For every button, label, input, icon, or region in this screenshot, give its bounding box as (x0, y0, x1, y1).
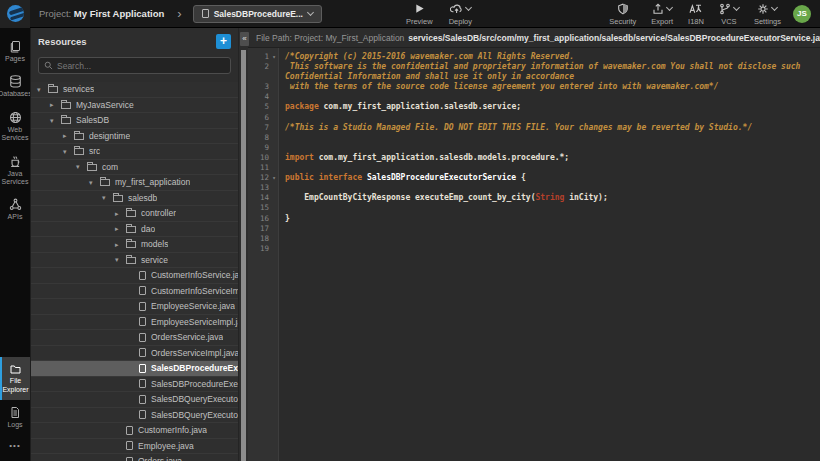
chevron-down-icon (733, 4, 740, 11)
caret-right-icon[interactable]: ▸ (50, 101, 61, 108)
tree-item-customerinfoservice-java[interactable]: CustomerInfoService.java (31, 268, 238, 284)
tree-item-customerinfo-java[interactable]: CustomerInfo.java (31, 423, 238, 439)
wavemaker-logo[interactable] (0, 0, 30, 28)
sidebar-item-file-explorer[interactable]: File Explorer (0, 357, 30, 400)
open-file-dropdown[interactable]: SalesDBProcedureE... (193, 5, 322, 23)
fold-gutter (269, 82, 279, 92)
code-line-5[interactable]: 5package com.my_first_application.salesd… (248, 102, 820, 112)
fold-icon[interactable]: ▾ (269, 52, 279, 62)
tree-item-salesdb[interactable]: ▾salesdb (31, 191, 238, 207)
sidebar-item-java-services[interactable]: Java Services (0, 149, 30, 193)
tree-item-controller[interactable]: ▸controller (31, 206, 238, 222)
code-line-17[interactable]: 17 (248, 224, 820, 234)
sidebar-item-label: Logs (7, 421, 22, 429)
code-line-11[interactable]: 11 (248, 163, 820, 173)
caret-down-icon[interactable]: ▾ (89, 179, 100, 186)
i18n-button[interactable]: I18N (688, 2, 704, 26)
code-text: with the terms of the source code licens… (279, 82, 820, 92)
caret-right-icon[interactable]: ▸ (115, 241, 126, 248)
tree-item-com[interactable]: ▾com (31, 160, 238, 176)
tree-item-service[interactable]: ▾service (31, 253, 238, 269)
tree-item-my-first-application[interactable]: ▾my_first_application (31, 175, 238, 191)
code-line-1[interactable]: 1▾/*Copyright (c) 2015-2016 wavemaker.co… (248, 52, 820, 62)
deploy-button[interactable]: Deploy (449, 2, 472, 26)
tree-item-orders-java[interactable]: Orders.java (31, 454, 238, 461)
preview-button[interactable]: Preview (406, 2, 433, 26)
sidebar-item-more[interactable]: ••• (0, 435, 30, 457)
caret-right-icon[interactable]: ▸ (115, 210, 126, 217)
code-line-6[interactable]: 6 (248, 113, 820, 123)
panel-splitter[interactable]: « (238, 28, 248, 461)
tree-item-designtime[interactable]: ▸designtime (31, 129, 238, 145)
code-line-8[interactable]: 8 (248, 133, 820, 143)
code-line-14[interactable]: 14 EmpCountByCityResponse executeEmp_cou… (248, 193, 820, 203)
code-editor[interactable]: 1▾/*Copyright (c) 2015-2016 wavemaker.co… (248, 48, 820, 461)
file-icon (126, 457, 133, 461)
sidebar-item-apis[interactable]: APIs (0, 192, 30, 227)
code-text: import com.my_first_application.salesdb.… (279, 153, 820, 163)
collapse-panel-button[interactable]: « (240, 32, 249, 46)
caret-right-icon[interactable]: ▸ (63, 132, 74, 139)
tree-item-models[interactable]: ▸models (31, 237, 238, 253)
tree-item-salesdbqueryexecutorservice-java[interactable]: SalesDBQueryExecutorService.java (31, 392, 238, 408)
caret-down-icon[interactable]: ▾ (115, 256, 126, 263)
code-line-10[interactable]: 10import com.my_first_application.salesd… (248, 153, 820, 163)
code-line-15[interactable]: 15 (248, 203, 820, 213)
tree-item-ordersservice-java[interactable]: OrdersService.java (31, 330, 238, 346)
caret-down-icon[interactable]: ▾ (102, 194, 113, 201)
code-line-9[interactable]: 9 (248, 143, 820, 153)
code-line-13[interactable]: 13 (248, 183, 820, 193)
wavemaker-logo-icon (7, 5, 24, 22)
line-number: 15 (248, 203, 269, 213)
code-line-2[interactable]: 2 This software is the confidential and … (248, 62, 820, 82)
export-button[interactable]: Export (651, 2, 673, 26)
caret-down-icon[interactable]: ▾ (63, 148, 74, 155)
settings-button[interactable]: Settings (754, 2, 781, 26)
code-line-3[interactable]: 3 with the terms of the source code lice… (248, 82, 820, 92)
sidebar-item-pages[interactable]: Pages (0, 34, 30, 69)
code-line-4[interactable]: 4 (248, 92, 820, 102)
code-text (279, 203, 820, 213)
sidebar-bottom-group: File Explorer Logs ••• (0, 357, 30, 461)
tree-item-dao[interactable]: ▸dao (31, 222, 238, 238)
tree-item-src[interactable]: ▾src (31, 144, 238, 160)
file-icon (139, 302, 146, 311)
code-line-7[interactable]: 7/*This is a Studio Managed File. DO NOT… (248, 123, 820, 133)
resource-search[interactable] (38, 57, 231, 74)
sidebar-item-web-services[interactable]: Web Services (0, 105, 30, 149)
add-resource-button[interactable]: + (216, 34, 231, 49)
tree-item-salesdbprocedureexecutorserviceimpl-java[interactable]: SalesDBProcedureExecutorServiceImpl.java (31, 377, 238, 393)
splitter-handle[interactable] (241, 50, 246, 461)
code-line-19[interactable]: 19 (248, 244, 820, 254)
caret-right-icon[interactable]: ▸ (115, 225, 126, 232)
tree-item-salesdbqueryexecutorserviceimpl-java[interactable]: SalesDBQueryExecutorServiceImpl.java (31, 408, 238, 424)
user-avatar[interactable]: JS (793, 5, 811, 23)
tree-item-customerinfoserviceimpl-java[interactable]: CustomerInfoServiceImpl.java (31, 284, 238, 300)
line-number: 2 (248, 62, 269, 82)
tree-item-ordersserviceimpl-java[interactable]: OrdersServiceImpl.java (31, 346, 238, 362)
code-line-12[interactable]: 12▾public interface SalesDBProcedureExec… (248, 173, 820, 183)
tree-item-employeeserviceimpl-java[interactable]: EmployeeServiceImpl.java (31, 315, 238, 331)
vcs-button[interactable]: VCS (719, 2, 739, 26)
fold-gutter (269, 153, 279, 163)
code-text (279, 113, 820, 123)
tree-item-employee-java[interactable]: Employee.java (31, 439, 238, 455)
tree-item-salesdb[interactable]: ▾SalesDB (31, 113, 238, 129)
security-button[interactable]: Security (609, 2, 636, 26)
fold-icon[interactable]: ▾ (269, 173, 279, 183)
sidebar-item-databases[interactable]: Databases (0, 69, 30, 104)
caret-down-icon[interactable]: ▾ (50, 117, 61, 124)
code-line-16[interactable]: 16} (248, 214, 820, 224)
tree-item-salesdbprocedureexecutorservice-java[interactable]: SalesDBProcedureExecutorService.java (31, 361, 238, 377)
fold-gutter (269, 224, 279, 234)
coffee-icon (9, 155, 22, 168)
tree-item-myjavaservice[interactable]: ▸MyJavaService (31, 98, 238, 114)
sidebar-item-logs[interactable]: Logs (0, 400, 30, 435)
tree-item-services[interactable]: ▾services (31, 82, 238, 98)
caret-down-icon[interactable]: ▾ (37, 86, 48, 93)
code-line-18[interactable]: 18 (248, 234, 820, 244)
folder-icon (126, 257, 136, 264)
tree-item-employeeservice-java[interactable]: EmployeeService.java (31, 299, 238, 315)
search-input[interactable] (57, 61, 225, 71)
caret-down-icon[interactable]: ▾ (76, 163, 87, 170)
